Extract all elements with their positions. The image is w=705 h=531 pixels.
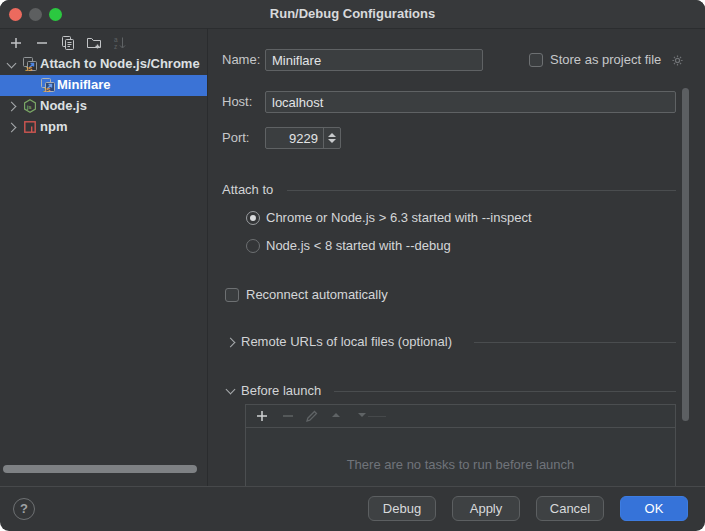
copy-icon[interactable] — [60, 35, 76, 51]
section-divider — [474, 342, 676, 343]
port-stepper[interactable] — [323, 128, 340, 148]
edit-icon[interactable] — [304, 408, 320, 424]
radio-node-debug-label: Node.js < 8 started with --debug — [266, 238, 451, 254]
before-launch-toolbar — [246, 405, 675, 428]
before-launch-panel: There are no tasks to run before launch — [245, 404, 676, 486]
remove-icon[interactable] — [34, 35, 50, 51]
svg-text:JS: JS — [43, 87, 50, 93]
horizontal-scrollbar[interactable] — [3, 465, 197, 473]
sidebar-item-miniflare[interactable]: JS Miniflare — [0, 75, 207, 96]
name-input[interactable] — [265, 49, 483, 71]
sidebar-item-label: Miniflare — [57, 77, 110, 92]
increment-icon[interactable] — [328, 133, 336, 137]
chevron-right-icon[interactable] — [226, 338, 236, 348]
section-divider — [334, 391, 676, 392]
attach-config-icon: JS — [40, 77, 56, 93]
store-as-project-file-checkbox[interactable] — [529, 53, 543, 67]
dialog-title: Run/Debug Configurations — [0, 6, 705, 21]
decrement-icon[interactable] — [328, 139, 336, 143]
configurations-sidebar: az JS Attach to Node.js/Chrome JS Minifl… — [0, 29, 207, 486]
run-debug-configurations-dialog: Run/Debug Configurations az JS — [0, 0, 705, 531]
name-label: Name: — [222, 52, 260, 68]
sidebar-item-label: npm — [40, 119, 67, 134]
host-input[interactable] — [265, 91, 676, 113]
gear-icon[interactable] — [670, 53, 685, 68]
footer-divider — [0, 486, 705, 487]
remove-icon[interactable] — [280, 408, 296, 424]
attach-config-icon: JS — [22, 56, 38, 72]
port-label: Port: — [222, 130, 249, 146]
svg-text:JS: JS — [25, 66, 32, 72]
titlebar: Run/Debug Configurations — [0, 0, 705, 29]
radio-node-debug[interactable] — [246, 239, 260, 253]
svg-text:z: z — [114, 43, 117, 50]
apply-button[interactable]: Apply — [452, 496, 520, 521]
chevron-down-icon[interactable] — [226, 385, 236, 395]
store-as-project-file-label: Store as project file — [550, 52, 661, 68]
chevron-right-icon[interactable] — [7, 123, 17, 133]
sort-alphabetically-icon[interactable]: az — [112, 35, 128, 51]
radio-chrome-inspect[interactable] — [246, 211, 260, 225]
vertical-scrollbar[interactable] — [682, 88, 689, 421]
reconnect-automatically-checkbox[interactable] — [225, 288, 239, 302]
radio-chrome-inspect-label: Chrome or Node.js > 6.3 started with --i… — [266, 210, 532, 226]
attach-to-section-title: Attach to — [222, 182, 273, 198]
nodejs-icon: js — [22, 98, 38, 114]
cancel-button[interactable]: Cancel — [536, 496, 604, 521]
chevron-right-icon[interactable] — [7, 102, 17, 112]
new-folder-icon[interactable] — [86, 35, 102, 51]
configuration-form: Name: Store as project file Host: Port: … — [208, 28, 705, 486]
sidebar-item-attach-group[interactable]: JS Attach to Node.js/Chrome — [0, 54, 207, 75]
svg-text:a: a — [114, 36, 118, 43]
debug-button[interactable]: Debug — [368, 496, 436, 521]
add-icon[interactable] — [8, 35, 24, 51]
toolbar-separator — [368, 416, 386, 417]
svg-text:js: js — [26, 104, 33, 110]
move-up-icon[interactable] — [332, 413, 348, 429]
npm-icon — [22, 119, 38, 135]
help-button[interactable]: ? — [13, 498, 35, 520]
ok-button[interactable]: OK — [620, 496, 688, 521]
sidebar-item-label: Attach to Node.js/Chrome — [40, 56, 200, 71]
remote-urls-section-title[interactable]: Remote URLs of local files (optional) — [241, 334, 452, 350]
sidebar-item-npm[interactable]: npm — [0, 117, 207, 138]
before-launch-section-title[interactable]: Before launch — [241, 383, 321, 399]
port-input[interactable] — [266, 128, 323, 148]
sidebar-item-nodejs[interactable]: js Node.js — [0, 96, 207, 117]
chevron-down-icon[interactable] — [7, 59, 17, 69]
host-label: Host: — [222, 94, 252, 110]
reconnect-automatically-label: Reconnect automatically — [246, 287, 388, 303]
add-icon[interactable] — [254, 408, 270, 424]
sidebar-toolbar: az — [0, 32, 207, 54]
sidebar-item-label: Node.js — [40, 98, 87, 113]
section-divider — [287, 190, 676, 191]
port-spinner — [265, 127, 341, 149]
before-launch-empty-text: There are no tasks to run before launch — [246, 457, 675, 472]
